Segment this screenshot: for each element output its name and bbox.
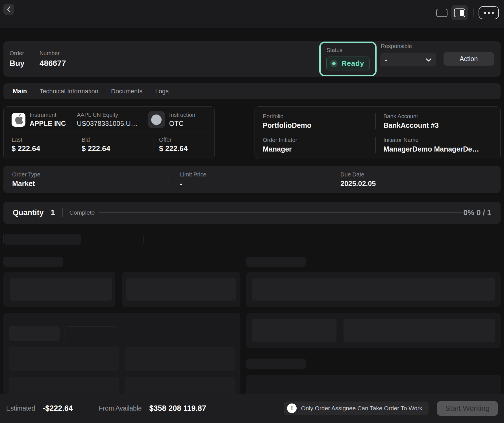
initiator-name-label: Initiator Name — [383, 137, 500, 143]
order-type-label: Order Type — [12, 171, 168, 178]
apple-logo-icon — [12, 113, 25, 127]
back-button[interactable] — [3, 4, 14, 15]
tab-logs[interactable]: Logs — [155, 88, 169, 95]
portfolio-label: Portfolio — [263, 113, 375, 120]
chevron-left-icon — [6, 6, 11, 12]
skeleton-box — [252, 319, 336, 342]
limit-price-value: - — [180, 180, 328, 188]
info-row: Instrument APPLE INC AAPL UN Equity US03… — [3, 106, 501, 159]
start-working-button[interactable]: Start Working — [437, 401, 498, 416]
portfolio-value: PortfolioDemo — [263, 121, 375, 130]
order-number-value: 486677 — [40, 59, 66, 68]
available-value: $358 208 119.87 — [149, 404, 206, 413]
status-spotlight: Status Ready — [319, 42, 377, 76]
assignee-warning-banner: ! Only Order Assignee Can Take Order To … — [284, 402, 429, 415]
skeleton-card — [122, 272, 240, 307]
quantity-label: Quantity — [13, 208, 44, 217]
order-header-card: Order Buy Number 486677 Status Ready Res… — [3, 41, 501, 77]
last-value: $ 222.64 — [12, 144, 76, 153]
skeleton-card — [3, 272, 115, 307]
complete-label: Complete — [69, 209, 95, 216]
warning-text: Only Order Assignee Can Take Order To Wo… — [301, 405, 422, 412]
tab-technical-information[interactable]: Technical Information — [40, 88, 98, 95]
skeleton-two-box-card — [246, 313, 501, 348]
ellipsis-icon — [484, 12, 486, 14]
skeleton-pill — [3, 233, 144, 246]
skeleton-box — [9, 347, 119, 371]
skeleton-wide-card — [246, 272, 501, 307]
more-options-button[interactable] — [479, 6, 499, 19]
last-label: Last — [12, 137, 76, 143]
status-dot-icon — [330, 60, 338, 67]
offer-label: Offer — [159, 137, 214, 143]
quantity-row: Quantity 1 Complete 0% 0 / 1 — [3, 202, 501, 224]
offer-price-field: Offer $ 222.64 — [153, 137, 214, 153]
status-value: Ready — [341, 59, 364, 68]
portfolio-card: Portfolio PortfolioDemo Bank Account Ban… — [255, 106, 501, 159]
equity-field: AAPL UN Equity US0378331005.U… — [77, 112, 138, 128]
divider — [62, 208, 63, 217]
tab-main[interactable]: Main — [13, 88, 27, 95]
split-view-button[interactable] — [451, 5, 468, 20]
order-header-actions: Status Ready Responsible - Action — [319, 42, 494, 76]
order-type-value: Market — [12, 180, 168, 188]
split-view-icon — [454, 8, 465, 17]
initiator-name-field: Initiator Name ManagerDemo ManagerDe… — [376, 137, 500, 153]
instrument-name: APPLE INC — [30, 120, 66, 128]
skeleton-column-right — [246, 233, 501, 397]
estimated-label: Estimated — [6, 405, 35, 412]
instruction-value: OTC — [169, 120, 195, 128]
instrument-top: Instrument APPLE INC AAPL UN Equity US03… — [4, 107, 214, 133]
tab-bar: Main Technical Information Documents Log… — [3, 83, 501, 99]
order-summary: Order Buy Number 486677 — [10, 50, 66, 68]
equity-label: AAPL UN Equity — [77, 112, 138, 118]
topbar-separator — [473, 8, 473, 17]
exclamation-icon: ! — [287, 403, 297, 413]
portfolio-row-1: Portfolio PortfolioDemo Bank Account Ban… — [255, 113, 500, 130]
offer-value: $ 222.64 — [159, 144, 214, 153]
skeleton-label — [3, 257, 63, 267]
skeleton-box — [125, 347, 235, 371]
last-price-field: Last $ 222.64 — [4, 137, 76, 153]
limit-price-field: Limit Price - — [168, 171, 328, 188]
equity-value: US0378331005.U… — [77, 120, 138, 128]
divider — [32, 51, 32, 67]
skeleton-box — [344, 319, 495, 342]
progress-bar — [99, 212, 462, 213]
estimated-value: -$222.64 — [43, 404, 73, 413]
status-label: Status — [326, 47, 370, 53]
top-bar — [0, 0, 504, 28]
instruction-label: Instruction — [169, 112, 195, 118]
action-button[interactable]: Action — [444, 52, 494, 66]
skeleton-label — [246, 257, 306, 267]
bid-value: $ 222.64 — [82, 144, 153, 153]
order-label: Order — [10, 50, 25, 57]
due-date-label: Due Date — [340, 171, 501, 178]
skeleton-column-left — [3, 233, 240, 397]
tab-documents[interactable]: Documents — [111, 88, 142, 95]
instrument-card: Instrument APPLE INC AAPL UN Equity US03… — [3, 106, 215, 159]
bank-account-value: BankAccount #3 — [383, 121, 500, 130]
chevron-down-icon — [426, 58, 431, 62]
responsible-label: Responsible — [381, 43, 436, 49]
responsible-value: - — [385, 56, 387, 64]
instrument-label: Instrument — [30, 112, 66, 118]
due-date-field: Due Date 2025.02.05 — [328, 171, 501, 188]
instrument-field: Instrument APPLE INC — [30, 112, 66, 128]
initiator-name-value: ManagerDemo ManagerDe… — [383, 145, 500, 153]
divider — [71, 112, 71, 127]
portfolio-row-2: Order Initiator Manager Initiator Name M… — [255, 136, 500, 154]
responsible-field: Responsible - — [380, 42, 436, 66]
from-available-label: From Available — [99, 405, 142, 412]
status-badge[interactable]: Ready — [326, 57, 370, 70]
order-type-field: Order Type Market — [3, 171, 168, 188]
limit-price-label: Limit Price — [180, 171, 328, 178]
bank-account-field: Bank Account BankAccount #3 — [376, 113, 500, 130]
full-view-button[interactable] — [436, 9, 447, 17]
divider — [143, 112, 143, 127]
panel-view-icon — [436, 9, 447, 17]
order-side-value: Buy — [10, 59, 25, 68]
topbar-controls — [436, 4, 499, 21]
bid-price-field: Bid $ 222.64 — [76, 137, 153, 153]
responsible-dropdown[interactable]: - — [380, 53, 436, 66]
